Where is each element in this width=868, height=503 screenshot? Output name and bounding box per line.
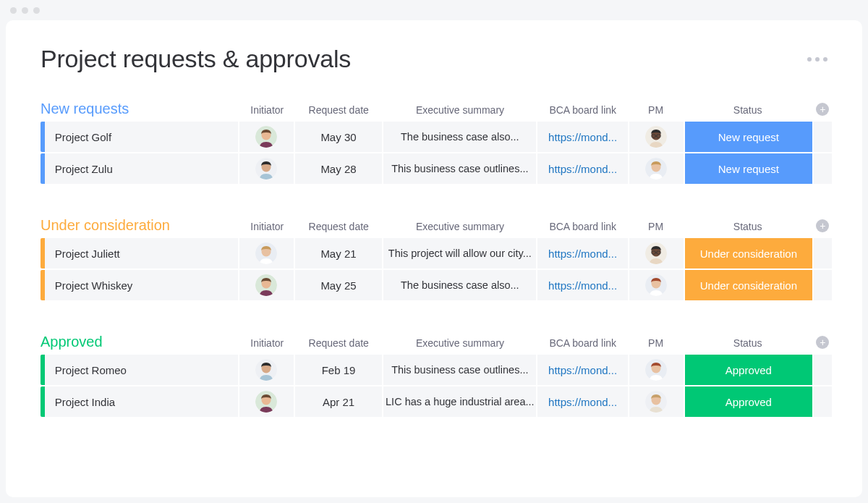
summary-cell[interactable]: This business case outlines... [383, 355, 536, 385]
add-column-button[interactable]: + [812, 219, 833, 237]
project-name-cell[interactable]: Project Zulu [45, 153, 238, 184]
column-header-request-date[interactable]: Request date [294, 337, 383, 353]
pm-cell[interactable] [629, 153, 684, 184]
group-title[interactable]: New requests [41, 101, 239, 120]
avatar [645, 158, 667, 179]
group: Approved Initiator Request date Executiv… [41, 334, 833, 417]
avatar [645, 391, 667, 413]
link-cell[interactable]: https://mond... [537, 238, 628, 269]
column-header-initiator[interactable]: Initiator [239, 337, 294, 353]
request-date-cell[interactable]: May 30 [295, 122, 383, 152]
avatar [645, 359, 667, 381]
column-header-summary[interactable]: Executive summary [383, 337, 537, 353]
link-cell[interactable]: https://mond... [537, 355, 628, 385]
table-row[interactable]: Project Whiskey May 25 The business case… [41, 270, 833, 300]
column-header-link[interactable]: BCA board link [537, 337, 629, 353]
board-link[interactable]: https://mond... [548, 163, 617, 175]
column-header-link[interactable]: BCA board link [537, 104, 629, 120]
summary-cell[interactable]: This business case outlines... [383, 153, 536, 184]
column-header-status[interactable]: Status [683, 104, 812, 120]
request-date-cell[interactable]: May 21 [295, 238, 383, 269]
link-cell[interactable]: https://mond... [537, 153, 628, 184]
pm-cell[interactable] [629, 238, 684, 269]
request-date-cell[interactable]: Apr 21 [295, 386, 383, 417]
project-name-cell[interactable]: Project Romeo [45, 355, 238, 385]
summary-cell[interactable]: LIC has a huge industrial area... [383, 386, 536, 417]
summary-cell[interactable]: The business case also... [383, 122, 536, 152]
board-link[interactable]: https://mond... [548, 248, 617, 260]
column-header-link[interactable]: BCA board link [537, 221, 629, 237]
status-cell[interactable]: Under consideration [685, 238, 812, 269]
row-extra-cell [814, 270, 832, 300]
add-column-button[interactable]: + [812, 336, 833, 353]
column-header-request-date[interactable]: Request date [294, 104, 383, 120]
avatar [255, 359, 277, 381]
window-chrome [0, 0, 868, 20]
column-header-summary[interactable]: Executive summary [383, 221, 537, 237]
initiator-cell[interactable] [239, 386, 294, 417]
board-link[interactable]: https://mond... [548, 131, 617, 143]
link-cell[interactable]: https://mond... [537, 122, 628, 152]
project-name-cell[interactable]: Project Whiskey [45, 270, 238, 300]
link-cell[interactable]: https://mond... [537, 386, 628, 417]
initiator-cell[interactable] [239, 270, 294, 300]
pm-cell[interactable] [629, 355, 684, 385]
status-cell[interactable]: New request [685, 153, 812, 184]
table-row[interactable]: Project India Apr 21 LIC has a huge indu… [41, 386, 833, 417]
table-row[interactable]: Project Zulu May 28 This business case o… [41, 153, 833, 184]
plus-icon: + [816, 103, 829, 116]
column-header-request-date[interactable]: Request date [294, 221, 383, 237]
link-cell[interactable]: https://mond... [537, 270, 628, 300]
initiator-cell[interactable] [239, 238, 294, 269]
pm-cell[interactable] [629, 122, 684, 152]
project-name-cell[interactable]: Project Juliett [45, 238, 238, 269]
column-header-pm[interactable]: PM [629, 337, 684, 353]
row-extra-cell [814, 238, 832, 269]
status-cell[interactable]: Under consideration [685, 270, 812, 300]
chrome-dot [22, 7, 28, 14]
group-title[interactable]: Approved [41, 334, 239, 353]
app-container: Project requests & approvals New request… [6, 20, 862, 497]
plus-icon: + [816, 219, 829, 232]
summary-cell[interactable]: The business case also... [383, 270, 536, 300]
column-header-status[interactable]: Status [683, 221, 812, 237]
column-header-pm[interactable]: PM [629, 104, 684, 120]
initiator-cell[interactable] [239, 355, 294, 385]
initiator-cell[interactable] [239, 153, 294, 184]
add-column-button[interactable]: + [812, 103, 833, 120]
chrome-dot [10, 7, 17, 14]
pm-cell[interactable] [629, 270, 684, 300]
project-name-cell[interactable]: Project India [45, 386, 238, 417]
plus-icon: + [816, 336, 829, 349]
avatar [645, 126, 667, 148]
request-date-cell[interactable]: Feb 19 [295, 355, 383, 385]
request-date-cell[interactable]: May 25 [295, 270, 383, 300]
initiator-cell[interactable] [239, 122, 294, 152]
avatar [255, 126, 277, 148]
summary-cell[interactable]: This project will allow our city... [383, 238, 536, 269]
group-header: Approved Initiator Request date Executiv… [41, 334, 833, 353]
avatar [645, 242, 667, 264]
project-name-cell[interactable]: Project Golf [45, 122, 238, 152]
status-cell[interactable]: New request [685, 122, 812, 152]
column-header-initiator[interactable]: Initiator [239, 104, 294, 120]
avatar [645, 274, 667, 296]
status-cell[interactable]: Approved [685, 355, 812, 385]
status-cell[interactable]: Approved [685, 386, 812, 417]
more-menu-button[interactable] [807, 57, 833, 62]
pm-cell[interactable] [629, 386, 684, 417]
column-header-status[interactable]: Status [683, 337, 812, 353]
column-header-summary[interactable]: Executive summary [383, 104, 537, 120]
group-title[interactable]: Under consideration [41, 217, 239, 237]
column-header-pm[interactable]: PM [629, 221, 684, 237]
table-row[interactable]: Project Golf May 30 The business case al… [41, 122, 833, 152]
table-row[interactable]: Project Romeo Feb 19 This business case … [41, 355, 833, 385]
board-link[interactable]: https://mond... [548, 364, 617, 376]
board-link[interactable]: https://mond... [548, 279, 617, 292]
avatar [255, 391, 277, 413]
request-date-cell[interactable]: May 28 [295, 153, 383, 184]
table-row[interactable]: Project Juliett May 21 This project will… [41, 238, 833, 269]
board-link[interactable]: https://mond... [548, 396, 617, 408]
column-header-initiator[interactable]: Initiator [239, 221, 294, 237]
chrome-dot [33, 7, 40, 14]
